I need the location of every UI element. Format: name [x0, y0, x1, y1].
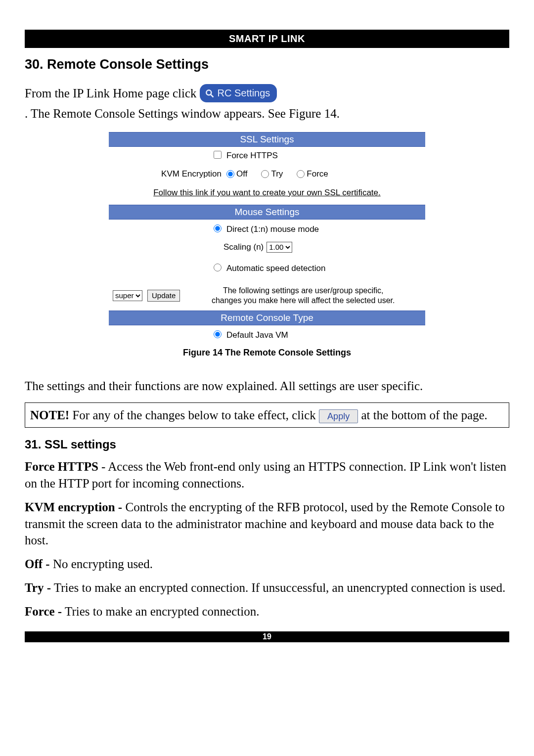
off-bold: Off -: [25, 557, 50, 571]
kvm-off-radio[interactable]: [226, 170, 234, 178]
section-30-title: 30. Remote Console Settings: [25, 57, 509, 72]
svg-point-0: [206, 90, 211, 95]
note-part2: at the bottom of the page.: [361, 408, 487, 422]
kvm-force-radio[interactable]: [297, 170, 305, 178]
mouse-settings-bar: Mouse Settings: [109, 205, 425, 220]
force-https-checkbox[interactable]: [214, 151, 222, 159]
kvm-encryption-label: KVM Encryption: [161, 169, 222, 178]
figure-14: SSL Settings Force HTTPS KVM Encryption …: [109, 132, 425, 358]
intro-text-1: From the IP Link Home page click: [25, 85, 197, 102]
search-icon: [205, 89, 215, 98]
force-https-bold: Force HTTPS: [25, 460, 98, 473]
force-para: Force - Tries to make an encrypted conne…: [25, 603, 509, 620]
auto-speed-label: Automatic speed detection: [226, 264, 325, 273]
note-part1: For any of the changes below to take eff…: [72, 408, 319, 422]
header-title: SMART IP LINK: [229, 33, 305, 44]
rc-settings-button[interactable]: RC Settings: [200, 84, 277, 102]
kvm-off-label: Off: [236, 169, 247, 179]
page-number: 19: [263, 632, 271, 641]
off-text: No encrypting used.: [53, 557, 153, 571]
user-specific-note: The following settings are user/group sp…: [185, 286, 421, 306]
explain-paragraph: The settings and their functions are now…: [25, 378, 509, 395]
kvm-para: KVM encryption - Controls the encrypting…: [25, 499, 509, 549]
user-select[interactable]: super: [113, 290, 142, 301]
ssl-certificate-link[interactable]: Follow this link if you want to create y…: [153, 188, 381, 197]
try-bold: Try -: [25, 581, 51, 594]
kvm-bold: KVM encryption -: [25, 500, 122, 514]
ssl-settings-bar: SSL Settings: [109, 132, 425, 147]
section-31-title: 31. SSL settings: [25, 438, 509, 451]
rc-settings-label: RC Settings: [218, 87, 270, 100]
scaling-select[interactable]: 1.00: [267, 242, 292, 253]
remote-console-type-bar: Remote Console Type: [109, 311, 425, 325]
scaling-label: Scaling (n): [223, 242, 264, 252]
svg-line-1: [211, 94, 213, 97]
default-java-radio[interactable]: [214, 330, 222, 338]
intro-text-2: . The Remote Console Settings window app…: [25, 105, 340, 122]
force-https-label: Force HTTPS: [226, 151, 278, 161]
kvm-force-label: Force: [307, 169, 328, 179]
kvm-try-radio[interactable]: [261, 170, 269, 178]
apply-button[interactable]: Apply: [319, 409, 358, 423]
force-bold: Force -: [25, 605, 62, 618]
direct-mouse-radio[interactable]: [214, 224, 222, 232]
intro-paragraph: From the IP Link Home page click RC Sett…: [25, 84, 509, 122]
kvm-try-label: Try: [271, 169, 283, 179]
header-bar: SMART IP LINK: [25, 30, 509, 48]
footer-bar: 19: [25, 631, 509, 642]
auto-speed-radio[interactable]: [214, 264, 222, 271]
note-box: NOTE! For any of the changes below to ta…: [25, 402, 509, 428]
direct-mouse-label: Direct (1:n) mouse mode: [226, 224, 319, 234]
figure-caption: Figure 14 The Remote Console Settings: [109, 348, 425, 358]
try-para: Try - Tries to make an encrypted connect…: [25, 579, 509, 596]
force-https-para: Force HTTPS - Access the Web front-end o…: [25, 458, 509, 492]
try-text: Tries to make an encrypted connection. I…: [54, 581, 505, 594]
off-para: Off - No encrypting used.: [25, 556, 509, 573]
note-bold: NOTE!: [30, 408, 69, 422]
default-java-label: Default Java VM: [226, 330, 288, 340]
update-button[interactable]: Update: [147, 290, 180, 302]
force-text: Tries to make an encrypted connection.: [65, 605, 259, 618]
